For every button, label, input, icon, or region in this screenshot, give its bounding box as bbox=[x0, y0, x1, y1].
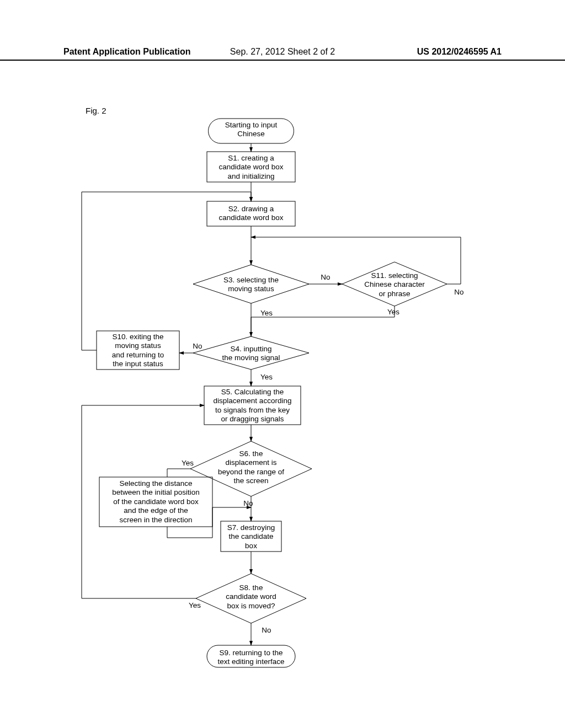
node-s3: S3. selecting themoving status bbox=[207, 276, 295, 294]
label-s6-yes: Yes bbox=[177, 459, 199, 468]
flowchart-canvas bbox=[0, 0, 565, 728]
node-s11: S11. selectingChinese characteror phrase bbox=[350, 271, 439, 298]
label-s11-yes: Yes bbox=[382, 308, 404, 317]
node-s6: S6. thedisplacement isbeyond the range o… bbox=[203, 449, 299, 486]
node-start: Starting to inputChinese bbox=[215, 121, 287, 139]
node-s7: S7. destroyingthe candidatebox bbox=[222, 523, 280, 550]
node-s5: S5. Calculating thedisplacement accordin… bbox=[206, 388, 299, 424]
node-clip: Selecting the distancebetween the initia… bbox=[101, 479, 211, 524]
label-s8-no: No bbox=[255, 626, 278, 635]
node-s10: S10. exiting themoving statusand returni… bbox=[98, 333, 178, 369]
node-s4: S4. inputtingthe moving signal bbox=[207, 345, 295, 363]
label-s4-no: No bbox=[186, 342, 209, 351]
label-s3-no: No bbox=[315, 273, 337, 282]
label-s6-no: No bbox=[237, 499, 259, 508]
node-s9: S9. returning to thetext editing interfa… bbox=[211, 649, 291, 667]
node-s2: S2. drawing acandidate word box bbox=[209, 205, 294, 223]
label-s8-yes: Yes bbox=[184, 601, 206, 610]
label-s4-yes: Yes bbox=[255, 373, 278, 382]
node-s1: S1. creating acandidate word boxand init… bbox=[209, 154, 294, 181]
label-s11-no: No bbox=[448, 288, 470, 297]
node-s8: S8. thecandidate wordbox is moved? bbox=[209, 584, 294, 611]
label-s3-yes: Yes bbox=[255, 309, 278, 318]
